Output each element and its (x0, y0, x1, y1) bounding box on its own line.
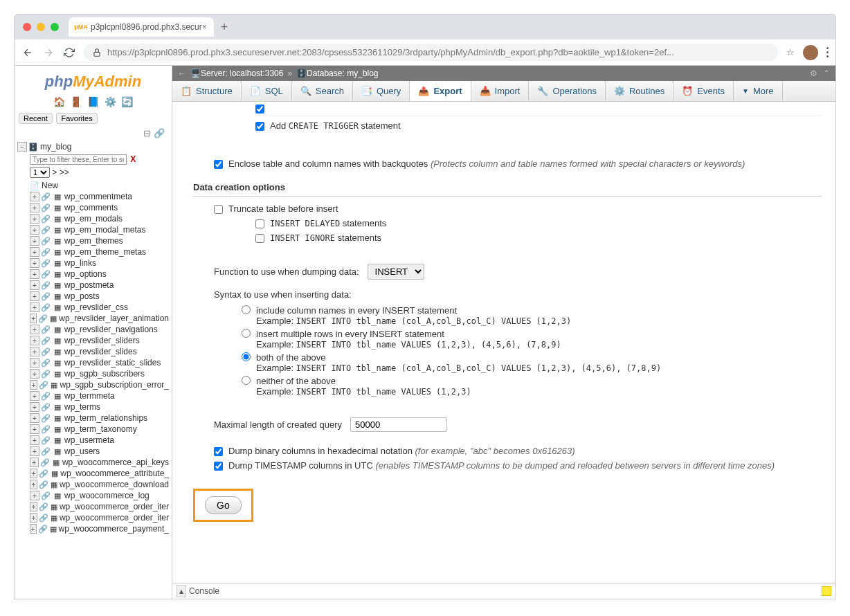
expand-icon[interactable]: + (30, 302, 39, 312)
breadcrumb-database[interactable]: Database: my_blog (307, 69, 378, 78)
tab-query[interactable]: 📑Query (353, 81, 410, 101)
expand-icon[interactable]: + (30, 192, 39, 201)
tab-close-icon[interactable]: × (202, 22, 207, 32)
tab-operations[interactable]: 🔧Operations (529, 81, 606, 101)
gear-icon[interactable]: ⚙ (810, 69, 817, 78)
enclose-backquotes-checkbox[interactable] (214, 160, 223, 169)
table-item[interactable]: +🔗▦wp_revslider_static_slides (30, 357, 169, 368)
table-item[interactable]: +🔗▦wp_revslider_sliders (30, 335, 169, 346)
recent-button[interactable]: Recent (19, 113, 53, 124)
filter-input[interactable] (30, 154, 127, 165)
nav-back-button[interactable] (21, 46, 34, 59)
dump-timestamp-checkbox[interactable] (214, 462, 223, 471)
dump-timestamp-label[interactable]: Dump TIMESTAMP columns in UTC (enables T… (228, 460, 775, 471)
table-item[interactable]: +🔗▦wp_comments (30, 202, 169, 213)
insert-ignore-checkbox[interactable] (255, 234, 264, 243)
tab-more[interactable]: ▼More (734, 81, 783, 101)
nav-reload-button[interactable] (63, 46, 75, 59)
table-item[interactable]: +🔗▦wp_postmeta (30, 280, 169, 291)
tab-import[interactable]: 📥Import (471, 81, 530, 101)
dump-binary-label[interactable]: Dump binary columns in hexadecimal notat… (228, 446, 575, 456)
favorites-button[interactable]: Favorites (56, 113, 97, 124)
table-item[interactable]: +🔗▦wp_usermeta (30, 435, 169, 446)
sticky-note-icon[interactable] (822, 586, 831, 596)
table-item[interactable]: +🔗▦wp_em_modal_metas (30, 224, 169, 235)
expand-icon[interactable]: + (30, 513, 37, 523)
table-item[interactable]: +🔗▦wp_term_taxonomy (30, 424, 169, 435)
table-item[interactable]: +🔗▦wp_links (30, 257, 169, 269)
settings-icon[interactable]: ⚙️ (105, 96, 116, 107)
docs-icon[interactable]: 📘 (87, 96, 99, 107)
collapse-icon[interactable]: ⊟ (143, 128, 151, 138)
tab-structure[interactable]: 📋Structure (172, 81, 242, 101)
function-select[interactable]: INSERT (368, 264, 424, 280)
expand-icon[interactable]: + (30, 236, 39, 246)
expand-icon[interactable]: + (30, 247, 39, 257)
checkbox-cutoff[interactable] (255, 105, 264, 114)
page-select[interactable]: 1 (30, 167, 50, 178)
table-item[interactable]: +🔗▦wp_term_relationships (30, 413, 169, 424)
address-bar[interactable]: https://p3plcpnl0896.prod.phx3.secureser… (84, 44, 778, 61)
expand-icon[interactable]: + (30, 480, 37, 489)
table-item[interactable]: +🔗▦wp_sgpb_subscribers (30, 368, 169, 379)
table-item[interactable]: +🔗▦wp_em_modals (30, 213, 169, 224)
insert-ignore-label[interactable]: INSERT IGNORE statements (270, 233, 381, 243)
tab-events[interactable]: ⏰Events (673, 81, 734, 101)
expand-icon[interactable]: + (30, 446, 39, 456)
enclose-backquotes-label[interactable]: Enclose table and column names with back… (228, 158, 745, 169)
window-maximize-button[interactable] (51, 23, 59, 31)
table-item[interactable]: +🔗▦wp_revslider_css (30, 302, 169, 313)
collapse-panel-icon[interactable]: ← (178, 69, 186, 78)
maxlen-input[interactable] (350, 417, 447, 432)
table-item[interactable]: +🔗▦wp_terms (30, 401, 169, 413)
table-item[interactable]: +🔗▦wp_revslider_layer_animation (30, 313, 169, 324)
table-item[interactable]: +🔗▦wp_revslider_navigations (30, 324, 169, 335)
radio-include-columns[interactable] (242, 305, 251, 314)
clear-filter-icon[interactable]: X (130, 154, 136, 164)
expand-icon[interactable]: + (30, 435, 39, 445)
expand-icon[interactable]: + (30, 225, 39, 235)
profile-avatar[interactable] (803, 45, 818, 60)
table-item[interactable]: +🔗▦wp_woocommerce_attribute_ (30, 468, 169, 479)
home-icon[interactable]: 🏠 (53, 96, 65, 107)
expand-icon[interactable]: + (30, 524, 37, 534)
table-item[interactable]: +🔗▦wp_posts (30, 291, 169, 302)
tab-sql[interactable]: 📄SQL (242, 81, 292, 101)
table-item[interactable]: +🔗▦wp_em_themes (30, 235, 169, 246)
expand-icon[interactable]: + (30, 369, 39, 379)
expand-icon[interactable]: + (30, 336, 39, 345)
table-item[interactable]: +🔗▦wp_woocommerce_order_iter (30, 501, 169, 512)
truncate-label[interactable]: Truncate table before insert (228, 203, 338, 214)
expand-icon[interactable]: + (30, 214, 39, 224)
browser-tab[interactable]: pMA p3plcpnl0896.prod.phx3.secur × (69, 17, 214, 37)
expand-icon[interactable]: + (30, 391, 39, 401)
radio-both[interactable] (242, 352, 251, 361)
tab-routines[interactable]: ⚙️Routines (606, 81, 673, 101)
table-item[interactable]: +🔗▦wp_woocommerce_log (30, 490, 169, 501)
expand-icon[interactable]: + (30, 358, 39, 368)
insert-delayed-label[interactable]: INSERT DELAYED statements (270, 218, 386, 228)
expand-icon[interactable]: + (30, 469, 37, 478)
table-item[interactable]: +🔗▦wp_woocommerce_payment_ (30, 523, 169, 534)
expand-icon[interactable]: + (30, 347, 39, 356)
expand-icon[interactable]: + (30, 458, 39, 467)
collapse-toggle-icon[interactable]: − (17, 142, 27, 152)
truncate-checkbox[interactable] (214, 205, 223, 214)
table-item[interactable]: +🔗▦wp_sgpb_subscription_error_ (30, 379, 169, 390)
browser-menu-icon[interactable] (826, 47, 829, 57)
window-minimize-button[interactable] (37, 23, 45, 31)
expand-icon[interactable]: + (30, 502, 37, 511)
table-item[interactable]: +🔗▦wp_woocommerce_api_keys (30, 457, 169, 468)
table-item[interactable]: +🔗▦wp_termmeta (30, 390, 169, 401)
phpmyadmin-logo[interactable]: phpMyAdmin (15, 66, 172, 93)
expand-icon[interactable]: + (30, 203, 39, 212)
new-table-link[interactable]: 📄 New (30, 180, 169, 191)
table-item[interactable]: +🔗▦wp_revslider_slides (30, 346, 169, 357)
console-label[interactable]: Console (189, 586, 219, 596)
go-button[interactable]: Go (205, 496, 242, 514)
add-create-trigger-checkbox[interactable] (255, 122, 264, 131)
link-icon[interactable]: 🔗 (154, 128, 165, 138)
table-item[interactable]: +🔗▦wp_woocommerce_order_iter (30, 512, 169, 523)
nav-forward-button[interactable] (42, 46, 55, 59)
expand-icon[interactable]: + (30, 380, 37, 390)
